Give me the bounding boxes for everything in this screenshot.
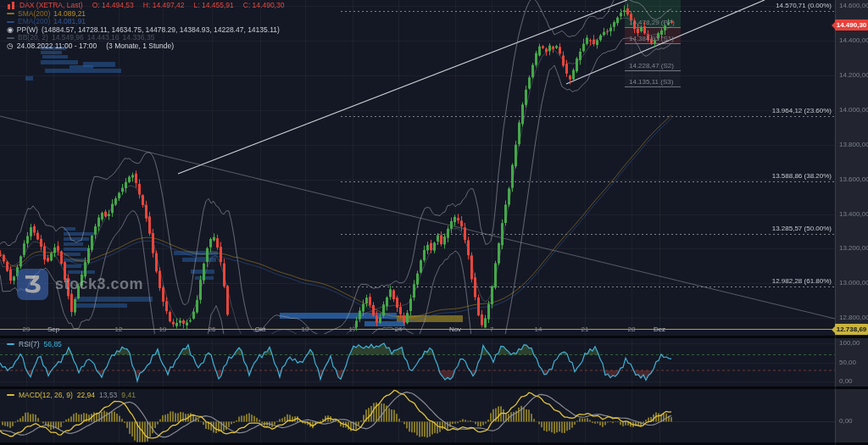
fib-level-label: 13.588,86 (38.20%) [772,172,832,181]
rsi-value: 56,85 [44,340,62,348]
macd-hist-value: 9,41 [121,391,136,399]
watermark: Ʒ stock3.com [17,269,143,300]
sma-line-icon [7,13,14,14]
ohlc-high: H: 14.497,42 [143,2,185,10]
time-axis-label: 14 [528,325,548,334]
time-axis-label: 19 [153,325,173,334]
macd-legend[interactable]: MACD(12, 26, 9) 22,94 13,53 9,41 [7,391,136,399]
time-axis-label: 17 [342,325,363,334]
pivot-level-label: 14.384,93 (S1) [629,35,674,43]
zoom-range: (3 Monate, 1 Stunde) [106,42,174,51]
price-axis-label: 12.800,00 [839,314,868,322]
time-axis-label: 28 [621,325,642,334]
rsi-line-icon [7,343,14,345]
time-axis-label: 7 [481,325,502,334]
time-axis-label: 10 [295,325,315,334]
chart-canvas[interactable] [0,0,868,445]
time-axis-label: Nov [445,325,465,334]
time-axis-label: 12 [108,325,129,334]
watermark-text: stock3.com [55,275,143,293]
timerange-row: ◷ 24.08.2022 11:00 - 17:00 (3 Monate, 1 … [7,42,284,51]
fib-level-label: 14.570,71 (0.00%) [776,2,832,10]
rsi-axis-label: 100,00 [839,339,860,348]
time-axis-label: 21 [575,325,595,334]
bb-line-icon [7,37,14,39]
trading-platform: DAX (XETRA, Last) O: 14.494,53 H: 14.497… [0,0,868,445]
time-axis-label: 29 [16,325,36,334]
last-price-badge: 14.490,30 [835,19,868,31]
ema-line-icon [7,21,14,23]
price-axis-label: 14.200,00 [839,71,868,80]
price-axis-label: 14.000,00 [839,106,868,114]
price-axis-label: 13.800,00 [839,141,868,149]
eye-icon: ◉ [7,26,14,34]
pivot-level-label: 14.228,47 (S2) [629,62,674,70]
clock-icon: ◷ [7,42,14,50]
fib-level-label: 12.982,28 (61.80%) [772,277,832,286]
macd-line-icon [7,394,14,396]
macd-value: 22,94 [77,391,95,399]
ohlc-open: O: 14.494,53 [92,2,134,10]
time-axis-label: Sep [43,325,64,334]
rsi-axis-label: 0,00 [839,377,853,386]
macd-signal-value: 13,53 [99,391,117,399]
stock3-logo: Ʒ [17,269,48,300]
price-axis-label: 14.400,00 [839,36,868,45]
price-axis-label: 13.400,00 [839,210,868,219]
fib-level-label: 13.285,57 (50.00%) [772,225,832,233]
instrument-icon [7,2,16,10]
price-axis-label: 14.600,00 [839,2,868,10]
ohlc-low: L: 14.455,91 [193,2,233,10]
chart-legend: DAX (XETRA, Last) O: 14.494,53 H: 14.497… [7,2,284,50]
stock3-logo-glyph: Ʒ [24,271,42,298]
yellow-level-badge: 12.738,69 [835,324,868,335]
pivot-level-label: 14.478,29 (PP) [629,19,675,27]
rsi-axis-label: 50,00 [839,359,856,367]
fib-level-label: 13.964,12 (23.60%) [772,107,832,115]
time-axis-label: Okt [250,325,270,334]
time-axis-label: Dez [649,325,670,334]
macd-name: MACD(12, 26, 9) [19,391,73,399]
price-axis-label: 13.200,00 [839,244,868,253]
date-range: 24.08.2022 11:00 - 17:00 [17,42,97,51]
pivot-level-label: 14.135,11 (S3) [629,78,673,86]
rsi-name: RSI(7) [19,340,40,348]
price-axis-label: 13.000,00 [839,279,868,287]
price-axis-label: 13.600,00 [839,175,868,184]
ohlc-close: C: 14.490,30 [243,2,285,10]
macd-axis-label: 0,00 [839,417,853,426]
rsi-legend[interactable]: RSI(7) 56,85 [7,340,62,348]
time-axis-label: 26 [202,325,222,334]
time-axis-label: 24 [388,325,409,334]
